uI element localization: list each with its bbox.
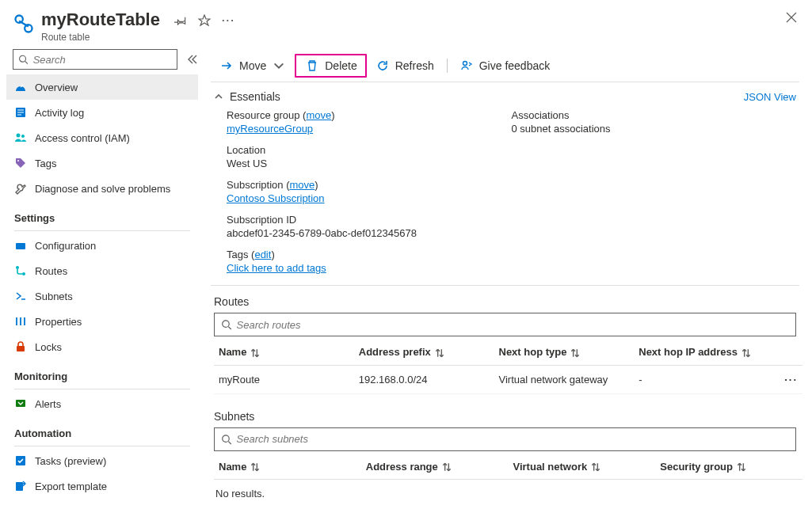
feedback-button[interactable]: Give feedback — [451, 54, 560, 78]
column-label: Security group — [660, 461, 733, 473]
cell-name: myRoute — [214, 365, 354, 393]
column-header[interactable]: Virtual network — [509, 454, 656, 480]
essentials-action-link[interactable]: edit — [254, 249, 271, 260]
subnets-filter-input[interactable] — [237, 433, 789, 445]
subnets-empty: No results. — [211, 480, 799, 507]
sort-icon[interactable] — [590, 462, 601, 473]
json-view-link[interactable]: JSON View — [744, 91, 796, 103]
routes-table: NameAddress prefixNext hop typeNext hop … — [214, 340, 802, 394]
column-header[interactable]: Address range — [361, 454, 509, 480]
wrench-icon — [14, 182, 27, 195]
more-icon[interactable]: ··· — [222, 14, 235, 27]
routes-filter[interactable] — [214, 313, 796, 336]
sidebar-item-routes[interactable]: Routes — [6, 258, 198, 283]
tag-icon — [14, 157, 27, 169]
column-label: Address range — [366, 461, 438, 473]
sidebar-item-label: Locks — [35, 341, 62, 353]
column-header[interactable]: Security group — [655, 454, 802, 480]
essentials-associations: Associations0 subnet associations — [512, 109, 797, 135]
routes-filter-input[interactable] — [237, 319, 789, 331]
page-header: myRouteTable Route table ··· — [0, 0, 812, 49]
nav-separator — [14, 389, 190, 389]
star-icon[interactable] — [198, 14, 211, 27]
row-more-icon[interactable]: ··· — [774, 365, 802, 393]
sort-icon[interactable] — [250, 462, 261, 473]
sidebar-item-tasks[interactable]: Tasks (preview) — [6, 448, 198, 473]
briefcase-icon — [14, 239, 27, 252]
essentials-label: Location — [227, 144, 512, 156]
close-icon[interactable] — [785, 11, 798, 26]
svg-point-12 — [463, 61, 467, 65]
collapse-sidebar-icon[interactable] — [185, 53, 198, 66]
move-button[interactable]: Move — [211, 54, 295, 78]
sidebar-item-subnets[interactable]: Subnets — [6, 283, 198, 309]
sort-icon[interactable] — [250, 348, 261, 359]
essentials-action-link[interactable]: move — [306, 109, 331, 121]
main-content: Move Delete Refresh Give feedback Essent… — [204, 49, 812, 507]
refresh-button[interactable]: Refresh — [367, 54, 444, 78]
sort-icon[interactable] — [570, 348, 581, 359]
delete-label: Delete — [325, 59, 356, 72]
column-header[interactable]: Name — [214, 340, 354, 365]
sidebar-item-access-control[interactable]: Access control (IAM) — [6, 125, 198, 150]
route-table-icon — [13, 13, 35, 35]
sidebar: OverviewActivity logAccess control (IAM)… — [0, 49, 204, 507]
svg-rect-5 — [16, 243, 25, 249]
essentials-value: 0 subnet associations — [512, 123, 797, 135]
nav-group-monitoring: Monitoring — [6, 359, 198, 386]
sort-icon[interactable] — [441, 462, 452, 473]
column-actions — [774, 340, 802, 365]
sort-icon[interactable] — [434, 348, 445, 359]
sidebar-item-tags[interactable]: Tags — [6, 150, 198, 176]
essentials-value[interactable]: Contoso Subscription — [227, 192, 512, 204]
essentials-subscription: Subscription (move)Contoso Subscription — [227, 179, 512, 204]
sort-icon[interactable] — [741, 348, 752, 359]
subnets-filter[interactable] — [214, 427, 796, 451]
feedback-icon — [460, 59, 473, 72]
sidebar-item-label: Routes — [35, 265, 67, 277]
sidebar-item-diagnose[interactable]: Diagnose and solve problems — [6, 176, 198, 201]
sidebar-item-label: Properties — [35, 316, 82, 328]
essentials-value: abcdef01-2345-6789-0abc-def012345678 — [227, 227, 512, 239]
sidebar-search[interactable] — [13, 49, 177, 70]
column-label: Name — [219, 346, 246, 358]
essentials-label: Subscription ID — [227, 214, 512, 226]
table-row[interactable]: myRoute192.168.0.0/24Virtual network gat… — [214, 365, 802, 393]
refresh-label: Refresh — [395, 59, 434, 72]
sidebar-item-configuration[interactable]: Configuration — [6, 233, 198, 258]
sidebar-item-overview[interactable]: Overview — [6, 74, 198, 100]
sidebar-item-alerts[interactable]: Alerts — [6, 391, 198, 416]
sidebar-item-activity-log[interactable]: Activity log — [6, 100, 198, 125]
sidebar-search-input[interactable] — [33, 54, 172, 66]
delete-button[interactable]: Delete — [295, 54, 366, 78]
column-label: Name — [219, 461, 246, 473]
lock-icon — [14, 340, 27, 353]
speedometer-icon — [14, 81, 27, 93]
log-icon — [14, 106, 27, 119]
essentials-toggle[interactable]: Essentials — [214, 90, 280, 103]
essentials-label: Associations — [512, 109, 797, 121]
essentials-value[interactable]: Click here to add tags — [227, 262, 512, 274]
sidebar-item-label: Tasks (preview) — [35, 455, 106, 467]
routes-section-title: Routes — [211, 286, 799, 313]
column-label: Virtual network — [513, 461, 588, 473]
sidebar-item-properties[interactable]: Properties — [6, 309, 198, 334]
column-header[interactable]: Address prefix — [354, 340, 494, 365]
svg-rect-8 — [17, 346, 25, 351]
column-header[interactable]: Name — [214, 454, 361, 480]
sidebar-item-locks[interactable]: Locks — [6, 334, 198, 359]
svg-point-13 — [223, 321, 230, 328]
svg-point-4 — [17, 160, 19, 161]
svg-point-6 — [16, 266, 19, 269]
cell-hop_type: Virtual network gateway — [494, 365, 635, 393]
pin-icon[interactable] — [174, 14, 187, 27]
column-header[interactable]: Next hop type — [494, 340, 635, 365]
svg-rect-9 — [16, 400, 25, 407]
essentials-value[interactable]: myResourceGroup — [227, 123, 512, 135]
search-icon — [221, 319, 232, 330]
sidebar-item-export-template[interactable]: Export template — [6, 473, 198, 499]
essentials-action-link[interactable]: move — [289, 179, 315, 191]
sort-icon[interactable] — [736, 462, 747, 473]
sidebar-item-label: Export template — [35, 481, 107, 492]
column-header[interactable]: Next hop IP address — [634, 340, 774, 365]
